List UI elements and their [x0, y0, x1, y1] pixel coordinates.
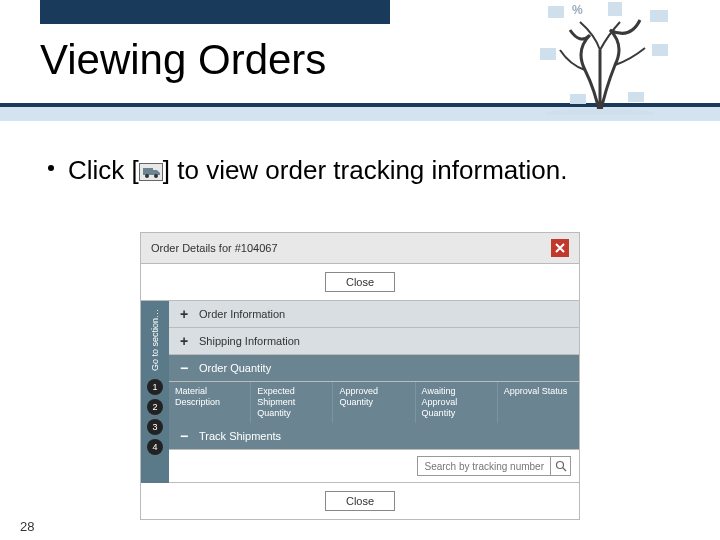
bullet-text-prefix: Click [ — [68, 155, 139, 185]
dialog-body: Go to section… 1 2 3 4 + Order Informati… — [141, 301, 579, 483]
step-2[interactable]: 2 — [147, 399, 163, 415]
tracking-search-row: Search by tracking number — [169, 450, 579, 483]
svg-rect-4 — [652, 44, 668, 56]
expand-icon: + — [177, 333, 191, 349]
tracking-search-input[interactable]: Search by tracking number — [417, 456, 571, 476]
order-details-dialog: Order Details for #104067 Close Go to se… — [140, 232, 580, 520]
sidestrip-label: Go to section… — [150, 305, 160, 375]
panel-order-information[interactable]: + Order Information — [169, 301, 579, 328]
svg-line-13 — [563, 468, 566, 471]
dialog-bottom-actions: Close — [141, 483, 579, 519]
svg-point-10 — [145, 174, 149, 178]
panel-shipping-information[interactable]: + Shipping Information — [169, 328, 579, 355]
panel-label: Order Quantity — [199, 362, 271, 374]
expand-icon: + — [177, 306, 191, 322]
col-awaiting: Awaiting Approval Quantity — [416, 382, 498, 423]
svg-point-12 — [556, 462, 563, 469]
bullet-dot — [48, 165, 54, 171]
collapse-icon: − — [177, 360, 191, 376]
search-icon — [550, 457, 570, 475]
svg-rect-1 — [608, 2, 622, 16]
slide-page-number: 28 — [20, 519, 34, 534]
bullet-text-suffix: ] to view order tracking information. — [163, 155, 568, 185]
panel-label: Track Shipments — [199, 430, 281, 442]
svg-point-8 — [545, 109, 655, 115]
step-3[interactable]: 3 — [147, 419, 163, 435]
svg-rect-2 — [650, 10, 668, 22]
step-1[interactable]: 1 — [147, 379, 163, 395]
collapse-icon: − — [177, 428, 191, 444]
svg-text:%: % — [572, 3, 583, 17]
order-quantity-columns: Material Description Expected Shipment Q… — [169, 382, 579, 423]
dialog-titlebar: Order Details for #104067 — [141, 233, 579, 264]
svg-rect-0 — [548, 6, 564, 18]
dialog-title-text: Order Details for #104067 — [151, 242, 278, 254]
panel-label: Order Information — [199, 308, 285, 320]
header-accent-bar — [40, 0, 390, 24]
truck-icon — [139, 163, 163, 181]
close-top-button[interactable]: Close — [325, 272, 395, 292]
svg-rect-9 — [143, 168, 153, 175]
col-material: Material Description — [169, 382, 251, 423]
close-icon — [555, 243, 565, 253]
search-placeholder: Search by tracking number — [418, 461, 550, 472]
svg-point-11 — [154, 174, 158, 178]
svg-rect-3 — [540, 48, 556, 60]
section-sidestrip: Go to section… 1 2 3 4 — [141, 301, 169, 483]
col-approved: Approved Quantity — [333, 382, 415, 423]
dialog-top-actions: Close — [141, 264, 579, 301]
col-expected: Expected Shipment Quantity — [251, 382, 333, 423]
svg-rect-6 — [628, 92, 644, 102]
dialog-panels: + Order Information + Shipping Informati… — [169, 301, 579, 483]
instruction-bullet: Click [] to view order tracking informat… — [68, 155, 588, 185]
panel-order-quantity[interactable]: − Order Quantity — [169, 355, 579, 382]
panel-track-shipments[interactable]: − Track Shipments — [169, 423, 579, 450]
col-status: Approval Status — [498, 382, 579, 423]
slide-title: Viewing Orders — [40, 36, 326, 84]
dialog-close-button[interactable] — [551, 239, 569, 257]
panel-label: Shipping Information — [199, 335, 300, 347]
step-4[interactable]: 4 — [147, 439, 163, 455]
decorative-tree-graphic: % — [500, 0, 700, 115]
svg-rect-5 — [570, 94, 586, 104]
close-bottom-button[interactable]: Close — [325, 491, 395, 511]
